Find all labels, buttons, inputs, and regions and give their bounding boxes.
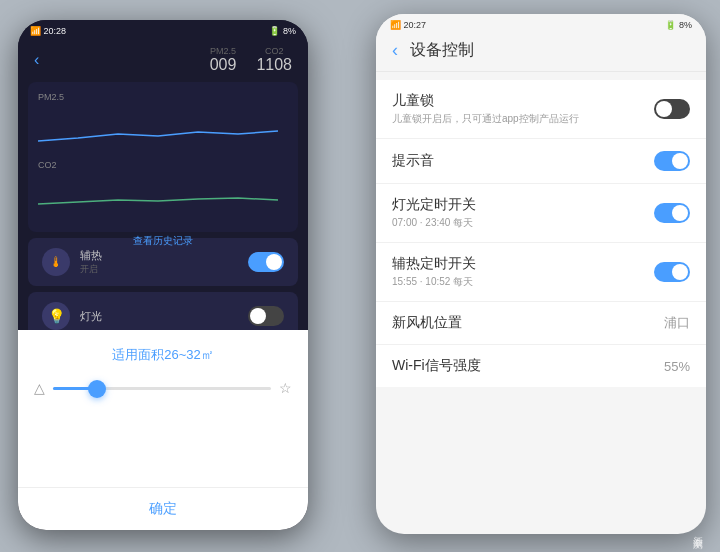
child-lock-toggle[interactable] [654, 99, 690, 119]
light-toggle[interactable] [248, 306, 284, 326]
left-phone: 📶 20:28 🔋 8% ‹ PM2.5 009 CO2 1108 PM2.5 [18, 20, 308, 530]
setting-child-lock[interactable]: 儿童锁 儿童锁开启后，只可通过app控制产品运行 [376, 80, 706, 139]
child-lock-name: 儿童锁 [392, 92, 579, 110]
pm25-value: PM2.5 009 [210, 46, 237, 74]
left-battery: 🔋 8% [269, 26, 296, 36]
slider-min-icon: △ [34, 380, 45, 396]
co2-chart-label: CO2 [38, 160, 288, 170]
setting-light-timer[interactable]: 灯光定时开关 07:00 · 23:40 每天 [376, 184, 706, 243]
heat-timer-name: 辅热定时开关 [392, 255, 476, 273]
wifi-info: Wi-Fi信号强度 [392, 357, 481, 375]
setting-sound[interactable]: 提示音 [376, 139, 706, 184]
pm25-chart [38, 106, 288, 156]
heat-timer-info: 辅热定时开关 15:55 · 10:52 每天 [392, 255, 476, 289]
confirm-button[interactable]: 确定 [18, 487, 308, 530]
setting-wifi: Wi-Fi信号强度 55% [376, 345, 706, 387]
co2-label: CO2 [256, 46, 292, 56]
modal-title: 适用面积26~32㎡ [34, 346, 292, 364]
right-signal: 📶 20:27 [390, 20, 426, 30]
page-title: 设备控制 [410, 40, 474, 61]
light-timer-desc: 07:00 · 23:40 每天 [392, 216, 476, 230]
heat-toggle[interactable] [248, 252, 284, 272]
header-values: PM2.5 009 CO2 1108 [210, 46, 292, 74]
co2-num: 1108 [256, 56, 292, 74]
slider-thumb[interactable] [88, 380, 106, 398]
setting-heat-timer[interactable]: 辅热定时开关 15:55 · 10:52 每天 [376, 243, 706, 302]
pm25-num: 009 [210, 56, 237, 74]
history-link[interactable]: 查看历史记录 [38, 228, 288, 254]
left-header: ‹ PM2.5 009 CO2 1108 [18, 42, 308, 82]
sound-info: 提示音 [392, 152, 434, 170]
right-phone: 📶 20:27 🔋 8% ‹ 设备控制 儿童锁 儿童锁开启后，只可通过app控制… [376, 14, 706, 534]
light-timer-toggle[interactable] [654, 203, 690, 223]
sound-toggle[interactable] [654, 151, 690, 171]
child-lock-desc: 儿童锁开启后，只可通过app控制产品运行 [392, 112, 579, 126]
child-lock-info: 儿童锁 儿童锁开启后，只可通过app控制产品运行 [392, 92, 579, 126]
pm25-label: PM2.5 [210, 46, 237, 56]
wifi-value: 55% [664, 359, 690, 374]
right-status-bar: 📶 20:27 🔋 8% [376, 14, 706, 36]
light-timer-name: 灯光定时开关 [392, 196, 476, 214]
modal-content: 适用面积26~32㎡ △ ☆ [18, 330, 308, 487]
co2-value: CO2 1108 [256, 46, 292, 74]
light-info: 灯光 [80, 309, 102, 324]
heat-timer-desc: 15:55 · 10:52 每天 [392, 275, 476, 289]
sound-name: 提示音 [392, 152, 434, 170]
device-light-left: 💡 灯光 [42, 302, 102, 330]
wifi-name: Wi-Fi信号强度 [392, 357, 481, 375]
slider-track[interactable] [53, 387, 271, 390]
setting-location[interactable]: 新风机位置 浦口 [376, 302, 706, 345]
heat-status: 开启 [80, 263, 102, 276]
co2-chart [38, 174, 288, 224]
pm25-chart-label: PM2.5 [38, 92, 288, 102]
right-battery: 🔋 8% [665, 20, 692, 30]
slider-row: △ ☆ [34, 380, 292, 396]
right-back-arrow[interactable]: ‹ [392, 40, 398, 61]
watermark: 新浪众测 [690, 528, 704, 532]
left-back-arrow[interactable]: ‹ [34, 51, 39, 69]
main-container: 📶 20:28 🔋 8% ‹ PM2.5 009 CO2 1108 PM2.5 [0, 0, 720, 552]
light-name: 灯光 [80, 309, 102, 324]
location-info: 新风机位置 [392, 314, 462, 332]
left-status-bar: 📶 20:28 🔋 8% [18, 20, 308, 42]
light-icon: 💡 [42, 302, 70, 330]
heat-timer-toggle[interactable] [654, 262, 690, 282]
modal-overlay: 适用面积26~32㎡ △ ☆ 确定 [18, 330, 308, 530]
settings-list: 儿童锁 儿童锁开启后，只可通过app控制产品运行 提示音 灯光定时开关 07:0… [376, 80, 706, 387]
location-name: 新风机位置 [392, 314, 462, 332]
slider-max-icon: ☆ [279, 380, 292, 396]
chart-area: PM2.5 CO2 查看历史记录 [28, 82, 298, 232]
location-value: 浦口 [664, 314, 690, 332]
right-header: ‹ 设备控制 [376, 36, 706, 72]
light-timer-info: 灯光定时开关 07:00 · 23:40 每天 [392, 196, 476, 230]
left-signal: 📶 20:28 [30, 26, 66, 36]
